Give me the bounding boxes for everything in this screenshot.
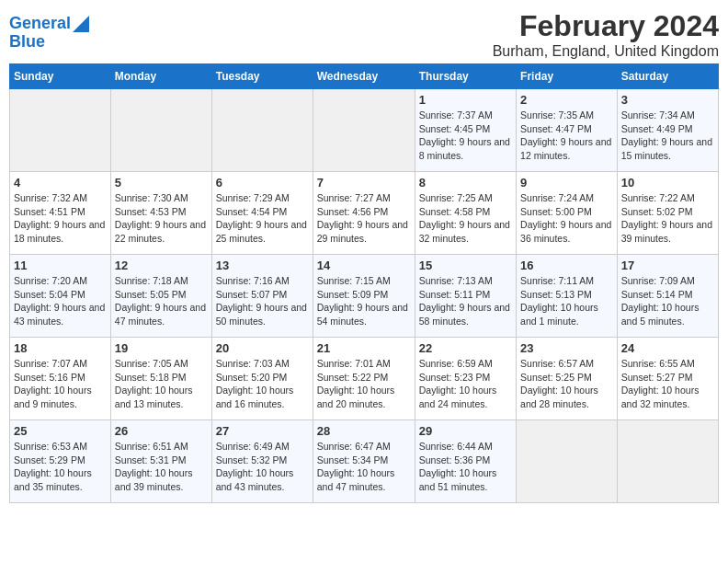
logo-text-general: General bbox=[9, 15, 71, 33]
day-number: 11 bbox=[14, 259, 107, 272]
table-row bbox=[617, 420, 718, 503]
day-info: Sunrise: 7:11 AM Sunset: 5:13 PM Dayligh… bbox=[520, 274, 613, 328]
day-number: 18 bbox=[14, 341, 107, 355]
day-number: 12 bbox=[115, 259, 208, 272]
day-info: Sunrise: 7:07 AM Sunset: 5:16 PM Dayligh… bbox=[14, 357, 107, 411]
table-row: 8Sunrise: 7:25 AM Sunset: 4:58 PM Daylig… bbox=[415, 172, 516, 255]
day-info: Sunrise: 6:44 AM Sunset: 5:36 PM Dayligh… bbox=[419, 440, 512, 494]
day-info: Sunrise: 7:16 AM Sunset: 5:07 PM Dayligh… bbox=[216, 274, 309, 328]
day-number: 29 bbox=[419, 424, 512, 438]
day-info: Sunrise: 6:47 AM Sunset: 5:34 PM Dayligh… bbox=[317, 440, 411, 494]
table-row: 4Sunrise: 7:32 AM Sunset: 4:51 PM Daylig… bbox=[10, 172, 111, 255]
table-row: 20Sunrise: 7:03 AM Sunset: 5:20 PM Dayli… bbox=[211, 338, 313, 420]
day-number: 21 bbox=[317, 341, 411, 355]
col-friday: Friday bbox=[517, 64, 618, 89]
day-number: 9 bbox=[520, 176, 613, 190]
day-number: 16 bbox=[520, 259, 613, 272]
table-row: 24Sunrise: 6:55 AM Sunset: 5:27 PM Dayli… bbox=[617, 338, 718, 420]
day-number: 6 bbox=[216, 176, 309, 190]
day-number: 14 bbox=[317, 259, 411, 272]
col-saturday: Saturday bbox=[617, 64, 718, 89]
table-row: 22Sunrise: 6:59 AM Sunset: 5:23 PM Dayli… bbox=[415, 338, 516, 420]
table-row: 12Sunrise: 7:18 AM Sunset: 5:05 PM Dayli… bbox=[110, 255, 211, 338]
calendar-week-row: 4Sunrise: 7:32 AM Sunset: 4:51 PM Daylig… bbox=[10, 172, 719, 255]
table-row: 1Sunrise: 7:37 AM Sunset: 4:45 PM Daylig… bbox=[415, 89, 516, 172]
calendar-week-row: 1Sunrise: 7:37 AM Sunset: 4:45 PM Daylig… bbox=[10, 89, 719, 172]
day-info: Sunrise: 6:51 AM Sunset: 5:31 PM Dayligh… bbox=[115, 440, 208, 494]
day-number: 17 bbox=[621, 259, 714, 272]
day-info: Sunrise: 6:49 AM Sunset: 5:32 PM Dayligh… bbox=[216, 440, 309, 494]
table-row: 19Sunrise: 7:05 AM Sunset: 5:18 PM Dayli… bbox=[110, 338, 211, 420]
day-info: Sunrise: 7:22 AM Sunset: 5:02 PM Dayligh… bbox=[621, 191, 714, 246]
day-number: 27 bbox=[216, 424, 309, 438]
table-row: 3Sunrise: 7:34 AM Sunset: 4:49 PM Daylig… bbox=[617, 89, 718, 172]
table-row: 26Sunrise: 6:51 AM Sunset: 5:31 PM Dayli… bbox=[110, 420, 211, 503]
day-info: Sunrise: 7:01 AM Sunset: 5:22 PM Dayligh… bbox=[317, 357, 411, 411]
table-row: 18Sunrise: 7:07 AM Sunset: 5:16 PM Dayli… bbox=[10, 338, 111, 420]
day-number: 7 bbox=[317, 176, 411, 190]
table-row bbox=[517, 420, 618, 503]
day-number: 2 bbox=[520, 93, 613, 107]
calendar-week-row: 25Sunrise: 6:53 AM Sunset: 5:29 PM Dayli… bbox=[10, 420, 719, 503]
title-block: February 2024 Burham, England, United Ki… bbox=[493, 9, 719, 60]
day-info: Sunrise: 6:53 AM Sunset: 5:29 PM Dayligh… bbox=[14, 440, 107, 494]
calendar-week-row: 18Sunrise: 7:07 AM Sunset: 5:16 PM Dayli… bbox=[10, 338, 719, 420]
table-row: 6Sunrise: 7:29 AM Sunset: 4:54 PM Daylig… bbox=[211, 172, 313, 255]
logo: General Blue bbox=[9, 15, 89, 52]
day-info: Sunrise: 6:55 AM Sunset: 5:27 PM Dayligh… bbox=[621, 357, 714, 411]
day-number: 23 bbox=[520, 341, 613, 355]
table-row bbox=[110, 89, 211, 172]
day-number: 28 bbox=[317, 424, 411, 438]
page-title: February 2024 bbox=[493, 9, 719, 43]
day-number: 26 bbox=[115, 424, 208, 438]
day-number: 20 bbox=[216, 341, 309, 355]
day-info: Sunrise: 7:20 AM Sunset: 5:04 PM Dayligh… bbox=[14, 274, 107, 328]
table-row: 7Sunrise: 7:27 AM Sunset: 4:56 PM Daylig… bbox=[313, 172, 415, 255]
table-row: 21Sunrise: 7:01 AM Sunset: 5:22 PM Dayli… bbox=[313, 338, 415, 420]
table-row: 27Sunrise: 6:49 AM Sunset: 5:32 PM Dayli… bbox=[211, 420, 313, 503]
day-number: 19 bbox=[115, 341, 208, 355]
table-row: 5Sunrise: 7:30 AM Sunset: 4:53 PM Daylig… bbox=[110, 172, 211, 255]
day-info: Sunrise: 6:59 AM Sunset: 5:23 PM Dayligh… bbox=[419, 357, 512, 411]
calendar-header-row: Sunday Monday Tuesday Wednesday Thursday… bbox=[10, 64, 719, 89]
day-number: 8 bbox=[419, 176, 512, 190]
day-info: Sunrise: 7:27 AM Sunset: 4:56 PM Dayligh… bbox=[317, 191, 411, 246]
day-number: 4 bbox=[14, 176, 107, 190]
day-info: Sunrise: 7:30 AM Sunset: 4:53 PM Dayligh… bbox=[115, 191, 208, 246]
day-info: Sunrise: 7:29 AM Sunset: 4:54 PM Dayligh… bbox=[216, 191, 309, 246]
svg-marker-0 bbox=[73, 16, 89, 32]
page-header: General Blue February 2024 Burham, Engla… bbox=[9, 9, 719, 60]
table-row: 10Sunrise: 7:22 AM Sunset: 5:02 PM Dayli… bbox=[617, 172, 718, 255]
day-info: Sunrise: 7:25 AM Sunset: 4:58 PM Dayligh… bbox=[419, 191, 512, 246]
day-info: Sunrise: 7:34 AM Sunset: 4:49 PM Dayligh… bbox=[621, 109, 714, 163]
day-number: 5 bbox=[115, 176, 208, 190]
col-monday: Monday bbox=[110, 64, 211, 89]
day-number: 15 bbox=[419, 259, 512, 272]
page-subtitle: Burham, England, United Kingdom bbox=[493, 43, 719, 60]
day-info: Sunrise: 7:37 AM Sunset: 4:45 PM Dayligh… bbox=[419, 109, 512, 163]
day-info: Sunrise: 7:05 AM Sunset: 5:18 PM Dayligh… bbox=[115, 357, 208, 411]
table-row: 13Sunrise: 7:16 AM Sunset: 5:07 PM Dayli… bbox=[211, 255, 313, 338]
table-row: 15Sunrise: 7:13 AM Sunset: 5:11 PM Dayli… bbox=[415, 255, 516, 338]
day-info: Sunrise: 6:57 AM Sunset: 5:25 PM Dayligh… bbox=[520, 357, 613, 411]
day-info: Sunrise: 7:15 AM Sunset: 5:09 PM Dayligh… bbox=[317, 274, 411, 328]
table-row: 17Sunrise: 7:09 AM Sunset: 5:14 PM Dayli… bbox=[617, 255, 718, 338]
table-row: 16Sunrise: 7:11 AM Sunset: 5:13 PM Dayli… bbox=[517, 255, 618, 338]
table-row: 25Sunrise: 6:53 AM Sunset: 5:29 PM Dayli… bbox=[10, 420, 111, 503]
day-number: 10 bbox=[621, 176, 714, 190]
day-info: Sunrise: 7:35 AM Sunset: 4:47 PM Dayligh… bbox=[520, 109, 613, 163]
table-row bbox=[211, 89, 313, 172]
table-row: 2Sunrise: 7:35 AM Sunset: 4:47 PM Daylig… bbox=[517, 89, 618, 172]
table-row: 29Sunrise: 6:44 AM Sunset: 5:36 PM Dayli… bbox=[415, 420, 516, 503]
day-number: 1 bbox=[419, 93, 512, 107]
day-info: Sunrise: 7:18 AM Sunset: 5:05 PM Dayligh… bbox=[115, 274, 208, 328]
col-wednesday: Wednesday bbox=[313, 64, 415, 89]
table-row: 23Sunrise: 6:57 AM Sunset: 5:25 PM Dayli… bbox=[517, 338, 618, 420]
day-number: 3 bbox=[621, 93, 714, 107]
table-row: 11Sunrise: 7:20 AM Sunset: 5:04 PM Dayli… bbox=[10, 255, 111, 338]
day-number: 22 bbox=[419, 341, 512, 355]
table-row bbox=[10, 89, 111, 172]
day-info: Sunrise: 7:32 AM Sunset: 4:51 PM Dayligh… bbox=[14, 191, 107, 246]
day-info: Sunrise: 7:09 AM Sunset: 5:14 PM Dayligh… bbox=[621, 274, 714, 328]
table-row: 14Sunrise: 7:15 AM Sunset: 5:09 PM Dayli… bbox=[313, 255, 415, 338]
